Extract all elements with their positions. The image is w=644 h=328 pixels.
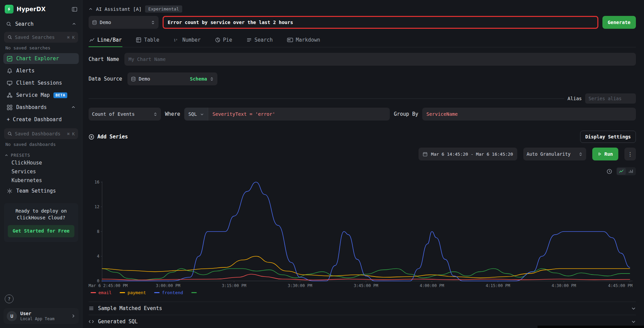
markdown-icon [287,37,293,43]
grid-icon [7,105,13,110]
keyboard-shortcut: ⌘ K [67,35,75,40]
legend-item-payment[interactable]: payment [120,290,146,295]
sidebar-item-create-dashboard[interactable]: + Create Dashboard [3,114,79,125]
sidebar-item-label: + Create Dashboard [7,116,62,123]
chevron-down-icon [200,112,204,116]
selector-icon [578,152,583,156]
data-source-select[interactable]: Demo Schema [127,72,217,85]
svg-text:0: 0 [97,279,99,283]
gear-icon [7,188,13,194]
time-range-value: Mar 6 14:45:20 - Mar 6 16:45:20 [431,152,513,157]
where-language-select[interactable]: SQL [184,108,208,121]
help-button[interactable]: ? [5,294,14,303]
svg-text:4:30:00 PM: 4:30:00 PM [552,283,576,288]
line-chart-toggle[interactable] [617,168,626,175]
chevron-up-icon[interactable] [89,7,93,11]
series-divider: Alias [89,93,636,104]
sidebar-section-search[interactable]: Search [3,19,79,29]
run-button[interactable]: Run [592,148,618,160]
search-icon [6,21,11,27]
more-options-button[interactable]: ⋮ [624,148,636,160]
chevron-up-icon [72,22,76,26]
preset-item-services[interactable]: Services [0,167,82,176]
sidebar: HyperDX Search ⌘ K No saved searches [0,0,82,328]
generate-button[interactable]: Generate [602,16,636,29]
sidebar-collapse-icon[interactable] [72,6,77,12]
preset-item-kubernetes[interactable]: Kubernetes [0,176,82,185]
schema-link[interactable]: Schema [190,76,207,82]
legend-dash [91,292,96,293]
saved-dashboards-field[interactable] [15,131,64,136]
clock-icon[interactable] [606,169,612,174]
svg-text:8: 8 [97,229,99,234]
saved-searches-field[interactable] [15,35,64,40]
aggregation-value: Count of Events [92,111,135,117]
legend-dash [120,292,125,293]
tab-pie[interactable]: Pie [214,34,233,47]
tab-search[interactable]: Search [246,34,273,47]
preset-item-clickhouse[interactable]: ClickHouse [0,158,82,167]
svg-text:4:00:00 PM: 4:00:00 PM [420,283,444,288]
timeseries-chart[interactable]: 0481216Mar 6 2:45:00 PM3:00:00 PM3:15:00… [89,179,636,288]
chart-name-input[interactable] [124,53,636,66]
source-select[interactable]: Demo [89,16,159,29]
sidebar-item-chart-explorer[interactable]: Chart Explorer [3,53,79,64]
database-icon [131,76,136,82]
svg-text:4:45:00 PM: 4:45:00 PM [608,283,633,288]
user-menu[interactable]: U User Local App Team [3,308,79,324]
granularity-select[interactable]: Auto Granularity [523,148,586,160]
ai-assistant-header: AI Assistant [A] Experimental [89,0,636,13]
legend-item-email[interactable]: email [91,290,112,295]
saved-searches-searchbox[interactable]: ⌘ K [4,32,78,43]
legend-item-frontend[interactable]: frontend [154,290,183,295]
tab-line-bar[interactable]: Line/Bar [89,34,122,47]
chart-type-tabs: Line/Bar Table 1³ Number Pie [89,34,636,47]
sidebar-item-label: Service Map [16,92,50,98]
alias-input[interactable] [585,93,636,104]
group-by-label: Group By [394,111,418,117]
bar-chart-toggle[interactable] [626,168,635,175]
sample-matched-events-section[interactable]: Sample Matched Events [89,302,636,315]
tab-table[interactable]: Table [135,34,160,47]
ai-assistant-label: AI Assistant [A] [96,6,142,12]
beta-badge: BETA [53,92,67,98]
time-range-picker[interactable]: Mar 6 14:45:20 - Mar 6 16:45:20 [419,148,517,160]
granularity-value: Auto Granularity [527,151,571,157]
tab-markdown[interactable]: Markdown [286,34,321,47]
sidebar-item-service-map[interactable]: Service Map BETA [3,90,79,101]
chart-name-label: Chart Name [89,56,119,62]
get-started-button[interactable]: Get Started for Free [8,225,74,237]
clickhouse-cloud-promo: Ready to deploy on ClickHouse Cloud? Get… [4,203,78,242]
legend-item-unnamed[interactable] [191,292,199,293]
selector-icon [153,112,158,116]
play-icon [598,152,602,156]
svg-text:3:00:00 PM: 3:00:00 PM [156,283,180,288]
user-team: Local App Team [20,316,54,321]
horizontal-scrollbar[interactable] [538,326,644,328]
source-select-value: Demo [100,20,111,25]
alias-label: Alias [568,96,582,101]
sidebar-item-team-settings[interactable]: Team Settings [3,185,79,196]
keyboard-shortcut: ⌘ K [67,131,75,136]
list-icon [246,37,252,43]
add-series-button[interactable]: Add Series [89,134,128,140]
chevron-up-icon [71,105,75,109]
tab-number[interactable]: 1³ Number [173,34,201,47]
svg-text:3:30:00 PM: 3:30:00 PM [288,283,312,288]
svg-text:4:15:00 PM: 4:15:00 PM [486,283,510,288]
sidebar-item-alerts[interactable]: Alerts [3,65,79,76]
sidebar-item-dashboards[interactable]: Dashboards [3,102,79,113]
group-by-input[interactable] [422,108,636,121]
search-icon [7,131,12,136]
display-settings-button[interactable]: Display Settings [580,131,636,143]
ai-prompt-input[interactable] [163,16,598,29]
legend-dash [191,292,197,293]
pie-chart-icon [215,37,220,43]
avatar: U [7,311,17,321]
presets-section-header[interactable]: PRESETS [5,153,77,158]
where-input[interactable] [208,108,390,121]
aggregation-select[interactable]: Count of Events [89,108,161,121]
sidebar-item-client-sessions[interactable]: Client Sessions [3,78,79,88]
saved-dashboards-searchbox[interactable]: ⌘ K [4,128,78,139]
code-icon [89,319,94,324]
